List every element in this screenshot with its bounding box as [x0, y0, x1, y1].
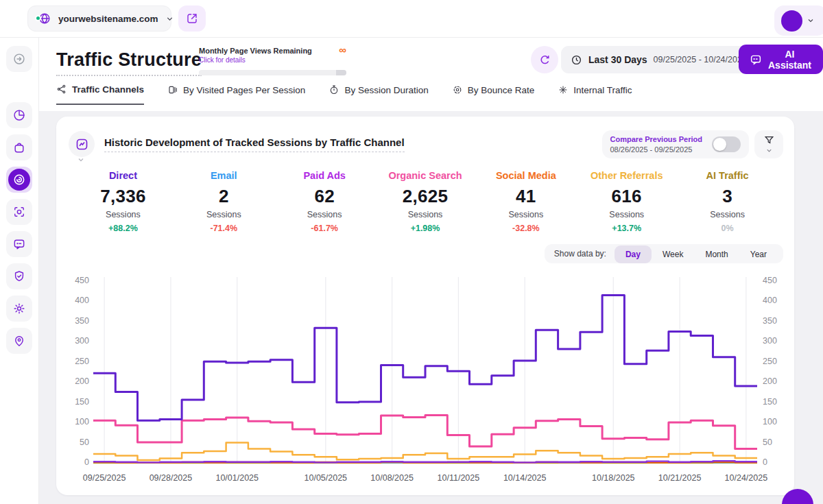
channel-sessions-label: Sessions: [274, 210, 375, 219]
channel-sessions-value: 62: [274, 186, 375, 207]
show-by-week[interactable]: Week: [652, 245, 694, 263]
series-organic-search: [93, 416, 757, 449]
chart-plot-area[interactable]: [93, 276, 757, 468]
channel-name: Other Referrals: [576, 170, 677, 181]
show-by-month[interactable]: Month: [694, 245, 739, 263]
quota-title: Monthly Page Views Remaining: [199, 47, 312, 55]
shield-icon: [12, 269, 26, 283]
channel-delta: -71.4%: [174, 224, 274, 233]
show-by-label: Show data by:: [554, 249, 606, 259]
infinity-value: ∞: [339, 47, 346, 53]
y-tick-label: 350: [75, 316, 89, 326]
network-icon: [56, 84, 67, 95]
y-tick-label: 450: [75, 276, 89, 285]
channel-stat-paid-ads[interactable]: Paid Ads 62 Sessions -61.7%: [274, 170, 375, 233]
sidebar-item-privacy[interactable]: [6, 263, 32, 289]
channel-name: Social Media: [475, 170, 576, 181]
y-tick-label: 0: [84, 457, 89, 467]
sidebar-item-location[interactable]: [6, 328, 32, 354]
x-tick-label: 09/25/2025: [83, 473, 126, 483]
channel-sessions-label: Sessions: [73, 210, 174, 219]
sidebar-item-settings[interactable]: [6, 296, 32, 322]
y-tick-label: 300: [75, 336, 89, 346]
filter-button[interactable]: [754, 130, 783, 158]
y-tick-label: 350: [763, 316, 777, 326]
sidebar-item-collapse[interactable]: [6, 46, 32, 72]
channel-stats-row: Direct 7,336 Sessions +88.2%Email 2 Sess…: [73, 170, 778, 233]
y-tick-label: 300: [763, 336, 777, 346]
channel-stat-other-referrals[interactable]: Other Referrals 616 Sessions +13.7%: [576, 170, 677, 233]
refresh-icon: [538, 53, 551, 67]
pie-chart-icon: [12, 108, 26, 122]
channel-delta: +88.2%: [73, 224, 174, 233]
y-tick-label: 450: [763, 276, 777, 285]
chevron-down-icon: [765, 147, 773, 154]
channel-delta: +1.98%: [375, 224, 476, 233]
funnel-icon: [763, 134, 775, 146]
chevron-down-icon: [165, 14, 174, 23]
sidebar-item-messages[interactable]: [6, 231, 32, 257]
tab-internal-traffic[interactable]: Internal Traffic: [558, 84, 632, 105]
y-axis-left: 050100150200250300350400450: [67, 276, 93, 468]
quota-details-link[interactable]: Click for details: [199, 56, 312, 64]
x-tick-label: 10/01/2025: [215, 473, 259, 483]
sidebar-item-dashboard[interactable]: [6, 102, 32, 128]
channel-delta: 0%: [677, 224, 778, 233]
channel-stat-organic-search[interactable]: Organic Search 2,625 Sessions +1.98%: [375, 170, 476, 233]
channel-name: Organic Search: [375, 170, 476, 181]
y-tick-label: 150: [75, 397, 89, 407]
tab-by-session-duration[interactable]: By Session Duration: [329, 84, 428, 105]
compare-toggle[interactable]: [712, 136, 741, 152]
show-by-year[interactable]: Year: [739, 245, 778, 263]
channel-stat-email[interactable]: Email 2 Sessions -71.4%: [174, 170, 274, 233]
tab-by-bounce-rate[interactable]: By Bounce Rate: [452, 84, 535, 105]
chat-icon: [12, 237, 26, 251]
sidebar: [0, 38, 39, 504]
top-bar: yourwebsitename.com: [0, 0, 823, 38]
channel-name: Direct: [73, 170, 174, 181]
channel-sessions-value: 2: [174, 186, 274, 207]
tab-label: Traffic Channels: [72, 84, 144, 95]
channel-stat-social-media[interactable]: Social Media 41 Sessions -32.8%: [475, 170, 576, 233]
arrow-right-circle-icon: [12, 52, 26, 66]
open-website-button[interactable]: [178, 5, 206, 32]
y-tick-label: 200: [75, 376, 89, 386]
website-selector[interactable]: yourwebsitename.com: [27, 5, 171, 32]
channel-name: Email: [174, 170, 274, 181]
sidebar-item-tracking[interactable]: [6, 199, 32, 225]
channel-sessions-label: Sessions: [475, 210, 576, 219]
view-tabs: Traffic Channels By Visited Pages Per Se…: [56, 84, 632, 105]
tab-label: By Session Duration: [344, 85, 428, 95]
user-menu[interactable]: [774, 5, 823, 36]
sidebar-item-traffic[interactable]: [6, 167, 32, 193]
compare-range: 08/26/2025 - 09/25/2025: [610, 145, 703, 154]
y-tick-label: 250: [75, 357, 89, 366]
channel-name: Paid Ads: [274, 170, 375, 181]
sidebar-item-store[interactable]: [6, 134, 32, 160]
target-icon: [452, 84, 463, 95]
globe-icon: [38, 12, 51, 25]
channel-delta: +13.7%: [576, 224, 677, 233]
y-tick-label: 0: [763, 457, 767, 467]
range-value: 09/25/2025 - 10/24/2025: [654, 55, 747, 64]
line-chart-icon: [75, 137, 89, 152]
channel-stat-ai-traffic[interactable]: AI Traffic 3 Sessions 0%: [677, 170, 778, 233]
page-views-quota: Monthly Page Views Remaining Click for d…: [199, 47, 346, 75]
pin-icon: [12, 334, 26, 348]
channel-sessions-value: 616: [576, 186, 677, 207]
refresh-button[interactable]: [531, 46, 558, 73]
website-name: yourwebsitename.com: [58, 14, 158, 24]
show-by-day[interactable]: Day: [615, 245, 652, 263]
chart-type-button[interactable]: [69, 131, 95, 157]
tab-label: By Visited Pages Per Session: [183, 85, 305, 95]
channel-stat-direct[interactable]: Direct 7,336 Sessions +88.2%: [73, 170, 174, 233]
bag-icon: [12, 141, 26, 154]
tab-by-visited-pages-per-session[interactable]: By Visited Pages Per Session: [167, 84, 305, 105]
ai-assistant-button[interactable]: AI Assistant: [739, 45, 823, 74]
status-dot: [35, 15, 41, 21]
y-tick-label: 200: [763, 376, 777, 386]
channel-sessions-value: 41: [475, 186, 576, 207]
tab-traffic-channels[interactable]: Traffic Channels: [56, 84, 144, 105]
chevron-down-icon: [77, 156, 85, 164]
y-axis-right: 050100150200250300350400450: [757, 276, 783, 468]
